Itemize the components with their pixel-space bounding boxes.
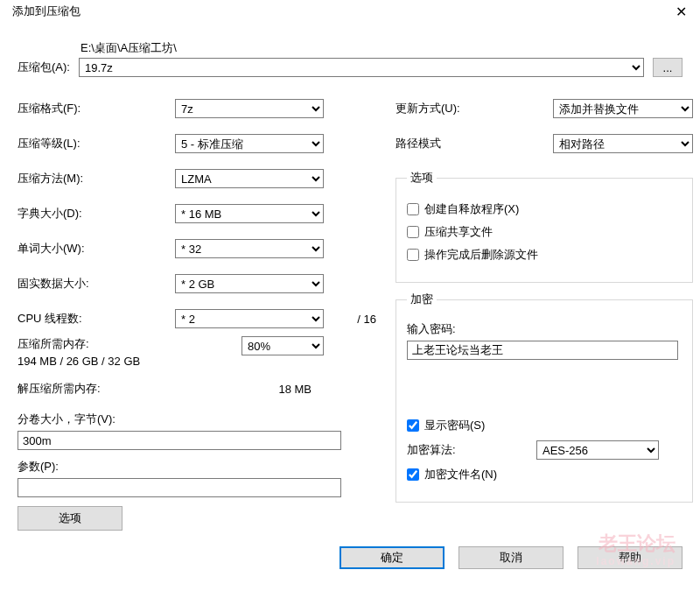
method-select[interactable]: LZMA xyxy=(175,169,324,188)
method-label: 压缩方法(M): xyxy=(18,171,175,186)
cancel-button[interactable]: 取消 xyxy=(458,546,564,569)
dictsize-select[interactable]: * 16 MB xyxy=(175,204,324,223)
ok-button[interactable]: 确定 xyxy=(340,546,444,569)
dictsize-label: 字典大小(D): xyxy=(18,206,175,222)
compress-shared-label: 压缩共享文件 xyxy=(424,224,493,240)
solid-label: 固实数据大小: xyxy=(18,276,175,292)
options-button[interactable]: 选项 xyxy=(18,506,122,531)
pathmode-select[interactable]: 相对路径 xyxy=(553,134,693,153)
encrypt-names-label: 加密文件名(N) xyxy=(424,467,497,482)
update-label: 更新方式(U): xyxy=(396,101,553,116)
volume-input[interactable] xyxy=(18,431,341,450)
threads-total: / 16 xyxy=(331,313,380,326)
level-label: 压缩等级(L): xyxy=(18,136,175,151)
mem-decomp-value: 18 MB xyxy=(175,383,324,396)
password-label: 输入密码: xyxy=(407,321,682,337)
encrypt-fieldset: 加密 输入密码: 显示密码(S) 加密算法: AES-256 加密文件名(N) xyxy=(396,292,693,503)
compress-shared-checkbox[interactable] xyxy=(407,226,419,238)
create-sfx-label: 创建自释放程序(X) xyxy=(424,201,519,217)
mem-comp-select[interactable]: 80% xyxy=(242,336,324,355)
threads-select[interactable]: * 2 xyxy=(175,309,324,328)
enc-alg-select[interactable]: AES-256 xyxy=(536,440,659,460)
threads-label: CPU 线程数: xyxy=(18,311,175,327)
delete-after-checkbox[interactable] xyxy=(407,249,419,261)
archive-path: E:\桌面\A压缩工坊\ xyxy=(79,40,644,56)
password-input[interactable] xyxy=(407,341,678,360)
update-select[interactable]: 添加并替换文件 xyxy=(553,99,693,118)
options-legend: 选项 xyxy=(407,170,437,186)
options-fieldset: 选项 创建自释放程序(X) 压缩共享文件 操作完成后删除源文件 xyxy=(396,170,693,283)
mem-comp-label: 压缩所需内存: xyxy=(18,336,175,352)
solid-select[interactable]: * 2 GB xyxy=(175,274,324,293)
enc-alg-label: 加密算法: xyxy=(407,442,529,458)
wordsize-label: 单词大小(W): xyxy=(18,241,175,257)
delete-after-label: 操作完成后删除源文件 xyxy=(424,247,538,263)
help-button[interactable]: 帮助 xyxy=(578,546,682,569)
archive-filename-select[interactable]: 19.7z xyxy=(79,58,644,77)
show-password-checkbox[interactable] xyxy=(407,419,419,432)
window-title: 添加到压缩包 xyxy=(12,4,80,19)
archive-label: 压缩包(A): xyxy=(18,60,70,77)
close-icon[interactable]: ✕ xyxy=(668,4,693,20)
format-label: 压缩格式(F): xyxy=(18,101,175,116)
browse-button[interactable]: ... xyxy=(653,58,682,77)
params-input[interactable] xyxy=(18,478,341,497)
volume-label: 分卷大小，字节(V): xyxy=(18,412,380,427)
create-sfx-checkbox[interactable] xyxy=(407,203,419,215)
show-password-label: 显示密码(S) xyxy=(424,418,485,433)
level-select[interactable]: 5 - 标准压缩 xyxy=(175,134,324,153)
wordsize-select[interactable]: * 32 xyxy=(175,239,324,258)
mem-decomp-label: 解压缩所需内存: xyxy=(18,381,175,397)
pathmode-label: 路径模式 xyxy=(396,136,553,151)
encrypt-legend: 加密 xyxy=(407,292,437,307)
format-select[interactable]: 7z xyxy=(175,99,324,118)
params-label: 参数(P): xyxy=(18,459,380,475)
mem-comp-sub: 194 MB / 26 GB / 32 GB xyxy=(18,354,175,369)
encrypt-names-checkbox[interactable] xyxy=(407,468,419,481)
